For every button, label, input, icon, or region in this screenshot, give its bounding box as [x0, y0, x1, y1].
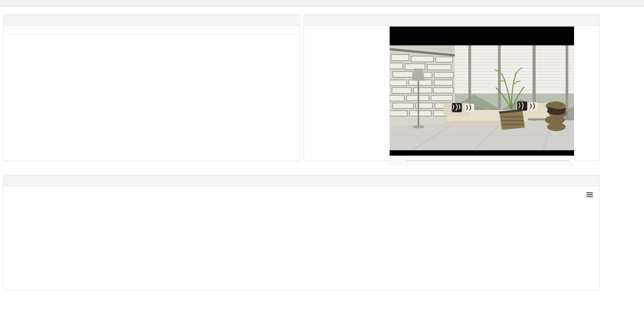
chart-legend — [575, 202, 598, 223]
chart-title — [3, 186, 599, 191]
current-device-label — [8, 28, 295, 34]
chart-menu-icon[interactable] — [586, 192, 593, 197]
realtime-video-panel — [304, 15, 599, 161]
trend-panel-title — [3, 175, 599, 186]
video-control-bar — [390, 156, 574, 166]
monitor-data-panel — [3, 15, 300, 161]
video-letterbox-bar — [390, 150, 574, 156]
video-still-frame — [390, 45, 574, 150]
data-trend-panel — [3, 175, 599, 290]
report-time-line — [8, 34, 295, 41]
page-top-strip — [0, 0, 644, 7]
video-player-screen[interactable] — [390, 27, 574, 156]
video-progress-bar[interactable] — [405, 160, 569, 161]
monitor-panel-title — [3, 15, 299, 26]
video-panel-title — [304, 15, 599, 26]
trend-line-chart — [4, 202, 575, 286]
